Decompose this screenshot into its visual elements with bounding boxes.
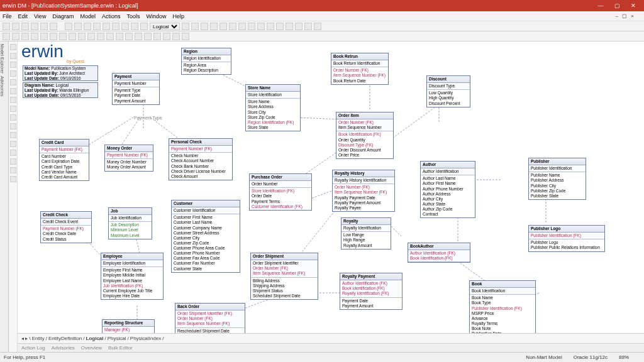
- toolbar-button[interactable]: [78, 33, 86, 40]
- toolbar-button[interactable]: [31, 23, 38, 30]
- toolbar-button[interactable]: [74, 23, 82, 30]
- tab-physical-index[interactable]: PhysicalIndex: [130, 336, 161, 341]
- entity-publisher[interactable]: PublisherPublisher IdentificationPublish…: [528, 158, 586, 200]
- toolbar-button[interactable]: [21, 33, 29, 40]
- palette-tool[interactable]: [10, 70, 16, 77]
- toolbar-button[interactable]: [267, 23, 274, 30]
- toolbar-button[interactable]: [286, 23, 293, 30]
- toolbar-button[interactable]: [219, 23, 227, 30]
- minimize-button[interactable]: —: [592, 3, 609, 9]
- toolbar-button[interactable]: [40, 23, 48, 30]
- toolbar-button[interactable]: [314, 23, 321, 30]
- toolbar-button[interactable]: [182, 33, 189, 40]
- palette-tool[interactable]: [10, 62, 16, 68]
- entity-employee[interactable]: EmployeeEmployee IdentificationEmployee …: [101, 253, 164, 300]
- menu-view[interactable]: View: [34, 13, 46, 19]
- palette-tool[interactable]: [10, 53, 16, 59]
- toolbar-button[interactable]: [295, 23, 303, 30]
- entity-store-name[interactable]: Store NameStore IdentificationStore Name…: [245, 84, 301, 131]
- toolbar-button[interactable]: [103, 23, 110, 30]
- toolbar-button[interactable]: [87, 33, 95, 40]
- palette-tool[interactable]: [10, 176, 16, 182]
- entity-order-item[interactable]: Order ItemOrder Number (FK)Item Sequence…: [336, 112, 394, 159]
- palette-tool[interactable]: [10, 114, 16, 121]
- toolbar-button[interactable]: [257, 23, 265, 30]
- toolbar-button[interactable]: [50, 23, 57, 30]
- entity-money-order[interactable]: Money OrderPayment Number (FK)Money Orde…: [104, 145, 153, 172]
- palette-tool[interactable]: [10, 123, 16, 129]
- palette-tool[interactable]: [10, 141, 16, 147]
- palette-tool[interactable]: [10, 44, 16, 50]
- tab-bulk-editor[interactable]: Bulk Editor: [108, 345, 133, 351]
- entity-customer[interactable]: CustomerCustomer IdentificationCustomer …: [171, 200, 240, 273]
- toolbar-button[interactable]: [201, 23, 208, 30]
- entity-royalty-history[interactable]: Royalty HistoryRoyalty History Identific…: [332, 170, 395, 212]
- toolbar-button[interactable]: [238, 23, 246, 30]
- tab-entity-definition[interactable]: EntityDefinition: [48, 336, 82, 341]
- toolbar-button[interactable]: [116, 33, 123, 40]
- palette-tool[interactable]: [10, 88, 16, 94]
- tab-logical[interactable]: Logical: [86, 336, 104, 341]
- entity-book-return[interactable]: Book RetrunBook Return IdentificationOrd…: [331, 53, 389, 85]
- maximize-button[interactable]: ▢: [609, 3, 625, 9]
- document-window-controls[interactable]: – ▢ ×: [615, 13, 635, 19]
- menu-diagram[interactable]: Diagram: [52, 13, 74, 19]
- entity-discount[interactable]: DiscountDiscount TypeLow QuantityHigh Qu…: [426, 75, 470, 107]
- entity-royalty-payment[interactable]: Royalty PaymentAuthor Identification (FK…: [340, 273, 402, 310]
- toolbar-button[interactable]: [84, 23, 91, 30]
- toolbar-button[interactable]: [276, 23, 284, 30]
- diagram-canvas[interactable]: erwin by Quest Model Name: Publication S…: [18, 41, 644, 333]
- toolbar-button[interactable]: [121, 23, 129, 30]
- tab-entity[interactable]: Entity: [32, 336, 45, 341]
- view-mode-select[interactable]: Logical: [150, 23, 180, 30]
- toolbar-button[interactable]: [3, 23, 10, 30]
- toolbar-button[interactable]: [135, 33, 142, 40]
- entity-book-author[interactable]: BookAuthorAuthor Identification (FK)Book…: [408, 243, 470, 263]
- toolbar-button[interactable]: [210, 23, 218, 30]
- entity-reporting-structure[interactable]: Reporting StructureManager (FK)Reports T…: [102, 319, 155, 333]
- toolbar-button[interactable]: [153, 33, 161, 40]
- toolbar-button[interactable]: [140, 23, 148, 30]
- toolbar-button[interactable]: [69, 33, 76, 40]
- toolbar-button[interactable]: [21, 23, 29, 30]
- entity-personal-check[interactable]: Personal CheckPayment Number (FK)Check N…: [169, 138, 233, 180]
- palette-tool[interactable]: [10, 132, 16, 138]
- toolbar-button[interactable]: [182, 23, 189, 30]
- toolbar-button[interactable]: [31, 33, 38, 40]
- menu-tools[interactable]: Tools: [126, 13, 140, 19]
- toolbar-button[interactable]: [248, 23, 255, 30]
- toolbar-button[interactable]: [229, 23, 236, 30]
- entity-payment[interactable]: PaymentPayment NumberPayment TypePayment…: [112, 73, 160, 105]
- palette-tool[interactable]: [10, 106, 16, 112]
- toolbar-button[interactable]: [12, 23, 19, 30]
- tab-advisories[interactable]: Advisories: [52, 345, 75, 351]
- entity-order-shipment[interactable]: Order ShipmentOrder Shipment IdentifierO…: [250, 253, 318, 300]
- toolbar-button[interactable]: [144, 33, 152, 40]
- toolbar-button[interactable]: [131, 23, 138, 30]
- palette-tool[interactable]: [10, 158, 16, 165]
- status-zoom[interactable]: 88%: [619, 354, 629, 360]
- menu-model[interactable]: Model: [80, 13, 96, 19]
- entity-author[interactable]: AuthorAuthor IdentificationAuthor Last N…: [420, 161, 475, 218]
- tab-overview[interactable]: Overview: [81, 345, 102, 351]
- entity-back-order[interactable]: Back OrderOrder Shipment Identifier (FK)…: [175, 303, 245, 333]
- toolbar-button[interactable]: [12, 33, 19, 40]
- toolbar-button[interactable]: [3, 33, 10, 40]
- toolbar-button[interactable]: [163, 33, 170, 40]
- side-tab-model-explorer[interactable]: Model Explorer: [0, 44, 4, 74]
- toolbar-button[interactable]: [304, 23, 312, 30]
- entity-publisher-logo[interactable]: Publisher LogoPublisher Identification (…: [528, 225, 605, 252]
- toolbar-button[interactable]: [59, 33, 67, 40]
- toolbar-button[interactable]: [125, 33, 133, 40]
- toolbar-button[interactable]: [97, 33, 104, 40]
- entity-region[interactable]: RegionRegion IdentificationRegion AreaRe…: [181, 48, 231, 75]
- palette-tool[interactable]: [10, 150, 16, 156]
- entity-credit-check[interactable]: Credit CheckCredit Check EventPayment Nu…: [40, 211, 92, 243]
- menu-window[interactable]: Window: [146, 13, 166, 19]
- entity-job[interactable]: JobJob IdentificationJob DescriptionMini…: [108, 207, 152, 239]
- entity-royalty[interactable]: RoyaltyRoyalty IdentificationLow RangeHi…: [341, 217, 391, 250]
- menu-help[interactable]: Help: [172, 13, 184, 19]
- toolbar-button[interactable]: [93, 23, 101, 30]
- toolbar-button[interactable]: [106, 33, 114, 40]
- palette-tool[interactable]: [10, 79, 16, 85]
